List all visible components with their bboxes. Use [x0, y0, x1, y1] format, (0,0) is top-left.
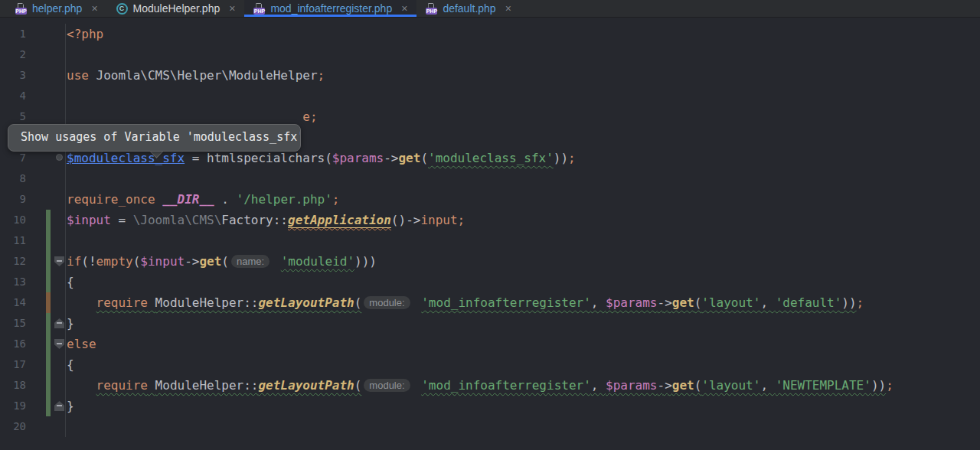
tab-helper-php[interactable]: PHPhelper.php×: [6, 0, 107, 17]
code-token: $input: [67, 213, 111, 227]
php-file-icon: PHP: [253, 3, 265, 15]
fold-indicator-partial: [56, 154, 63, 161]
code-token: 'layout': [701, 295, 760, 310]
code-token: ->: [658, 295, 672, 310]
code-token: [148, 295, 155, 310]
fold-icon[interactable]: [54, 401, 64, 411]
code-line[interactable]: 10$input = \Joomla\CMS\Factory::getAppli…: [0, 210, 980, 230]
vcs-change-bar: [46, 375, 51, 396]
code-line[interactable]: 12if(!empty($input->get(name: 'moduleid'…: [0, 251, 980, 272]
gutter: 15: [0, 313, 66, 334]
code-token: {: [67, 357, 74, 372]
line-number: 4: [0, 86, 26, 106]
code-line[interactable]: 11: [0, 230, 980, 251]
code-line[interactable]: 15}: [0, 313, 980, 334]
line-number: 11: [0, 230, 26, 251]
code-token: input: [420, 213, 457, 227]
vcs-change-bar: [46, 230, 51, 251]
code-token: 'layout': [701, 378, 760, 393]
code-text: require ModuleHelper::getLayoutPath(modu…: [66, 292, 864, 313]
code-token: ))): [354, 254, 377, 269]
line-number: 13: [0, 272, 26, 292]
code-token: }: [67, 399, 74, 413]
tab-default-php[interactable]: PHPdefault.php×: [416, 0, 520, 17]
code-token: =: [111, 213, 133, 227]
code-line[interactable]: 4: [0, 86, 980, 106]
code-token: require: [96, 295, 148, 310]
vcs-change-bar: [46, 313, 51, 334]
tab-close-icon[interactable]: ×: [401, 3, 407, 14]
code-line[interactable]: 18 require ModuleHelper::getLayoutPath(m…: [0, 375, 980, 396]
code-token: [67, 378, 96, 393]
code-line[interactable]: 2: [0, 44, 980, 65]
code-line[interactable]: 9require_once __DIR__ . '/helper.php';: [0, 189, 980, 210]
code-line[interactable]: 17{: [0, 354, 980, 375]
code-line[interactable]: 20: [0, 416, 980, 437]
code-token: e;: [67, 109, 318, 124]
tab-close-icon[interactable]: ×: [229, 3, 235, 14]
fold-icon[interactable]: [54, 339, 64, 349]
code-token: {: [67, 275, 74, 289]
code-token: else: [67, 337, 96, 351]
code-token: __DIR__: [162, 192, 214, 207]
code-token: $input: [140, 254, 185, 269]
code-token: ->: [658, 378, 672, 393]
code-line[interactable]: 13{: [0, 272, 980, 292]
code-line[interactable]: 14 require ModuleHelper::getLayoutPath(m…: [0, 292, 980, 313]
code-token: ,: [760, 378, 775, 393]
code-token: (: [694, 295, 702, 310]
code-token: use: [67, 68, 89, 83]
line-number: 10: [0, 210, 26, 230]
code-token: ;: [857, 295, 864, 310]
gutter: 20: [0, 416, 66, 437]
line-number: 16: [0, 334, 26, 354]
code-token: ;: [318, 68, 325, 83]
variable-usage-link[interactable]: $moduleclass_sfx: [67, 151, 185, 165]
code-token: ->: [384, 151, 398, 165]
code-token: getLayoutPath: [258, 378, 354, 393]
code-token: require_once: [67, 192, 155, 207]
code-token: ;: [886, 378, 893, 393]
gutter: 13: [0, 272, 66, 292]
gutter: 10: [0, 210, 66, 230]
tab-close-icon[interactable]: ×: [91, 3, 97, 14]
code-line[interactable]: 8: [0, 168, 980, 189]
gutter: 12: [0, 251, 66, 272]
gutter: 8: [0, 168, 66, 189]
fold-icon[interactable]: [54, 318, 64, 328]
code-token: }: [67, 316, 74, 331]
code-token: [414, 378, 422, 393]
line-number: 20: [0, 416, 26, 437]
vcs-change-bar: [46, 334, 51, 354]
tab-close-icon[interactable]: ×: [505, 3, 511, 14]
code-line[interactable]: 1<?php: [0, 24, 980, 44]
code-token: $params: [606, 378, 657, 393]
code-token: Joomla\CMS\Helper\ModuleHelper: [89, 68, 318, 83]
code-line[interactable]: 16else: [0, 334, 980, 354]
tab-modulehelper-php[interactable]: CModuleHelper.php×: [107, 0, 245, 17]
code-token: 'default': [776, 295, 842, 310]
gutter: 18: [0, 375, 66, 396]
line-number: 9: [0, 189, 26, 210]
code-token: \Joomla\CMS\: [133, 213, 222, 227]
code-token: get: [398, 151, 420, 165]
code-token: (!: [81, 254, 96, 269]
code-text: [66, 168, 67, 189]
tab-mod_infoafterregister-php[interactable]: PHPmod_infoafterregister.php×: [244, 0, 416, 17]
code-token: ModuleHelper::: [155, 378, 259, 393]
code-token: = htmlspecialchars(: [185, 151, 332, 165]
code-editor[interactable]: 1<?php23use Joomla\CMS\Helper\ModuleHelp…: [0, 18, 980, 437]
code-token: ModuleHelper::: [155, 295, 259, 310]
fold-icon[interactable]: [54, 256, 64, 266]
code-line[interactable]: 19}: [0, 396, 980, 416]
code-token: ()->: [391, 213, 421, 227]
code-text: }: [66, 396, 74, 416]
code-text: {: [66, 354, 74, 375]
gutter: 1: [0, 24, 66, 44]
code-token: empty: [96, 254, 133, 269]
code-token: )): [841, 295, 856, 310]
php-file-icon: PHP: [426, 3, 437, 15]
gutter: 19: [0, 396, 66, 416]
line-number: 2: [0, 44, 26, 65]
code-line[interactable]: 3use Joomla\CMS\Helper\ModuleHelper;: [0, 65, 980, 86]
